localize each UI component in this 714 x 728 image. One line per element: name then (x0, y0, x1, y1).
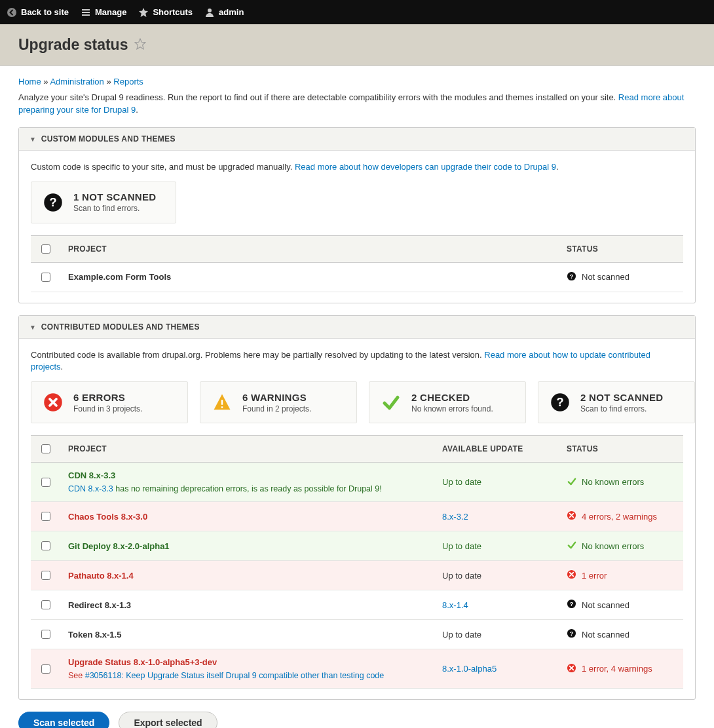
project-name: Example.com Form Tools (68, 272, 171, 282)
export-selected-button[interactable]: Export selected (119, 712, 217, 728)
project-name: Git Deploy 8.x-2.0-alpha1 (68, 541, 170, 551)
row-checkbox[interactable] (41, 664, 50, 674)
contrib-panel: ▼ Contributed modules and themes Contrib… (18, 315, 696, 700)
summary-sub: Scan to find errors. (73, 204, 156, 213)
project-name: Pathauto 8.x-1.4 (68, 571, 134, 581)
col-project: Project (60, 235, 559, 262)
col-status: Status (559, 235, 683, 262)
question-icon (567, 271, 576, 283)
check-icon (567, 540, 576, 552)
contrib-panel-header[interactable]: ▼ Contributed modules and themes (19, 316, 695, 339)
question-icon (42, 191, 64, 214)
row-checkbox[interactable] (41, 630, 50, 639)
actions: Scan selected Export selected (18, 712, 696, 728)
table-row: Upgrade Status 8.x-1.0-alpha5+3-devSee #… (31, 649, 683, 689)
custom-body-link[interactable]: Read more about how developers can upgra… (295, 162, 556, 172)
project-note: CDN 8.x-3.3 has no remaining deprecation… (68, 484, 426, 493)
summary-title: 2 CHECKED (411, 392, 493, 403)
project-note: See #3056118: Keep Upgrade Status itself… (68, 671, 426, 680)
custom-panel-header[interactable]: ▼ Custom modules and themes (19, 128, 695, 151)
col-update: Available update (434, 436, 559, 463)
menu-icon (81, 7, 91, 18)
project-name: Redirect 8.x-1.3 (68, 600, 131, 610)
row-checkbox[interactable] (41, 512, 50, 521)
col-project: Project (60, 436, 434, 463)
table-row: Token 8.x-1.5 Up to date Not scanned (31, 620, 683, 649)
back-label: Back to site (21, 7, 69, 17)
manage-label: Manage (95, 7, 126, 17)
row-checkbox[interactable] (41, 571, 50, 580)
chevron-left-icon (7, 7, 17, 18)
breadcrumb-home[interactable]: Home (18, 77, 41, 86)
row-checkbox[interactable] (41, 600, 50, 609)
check-icon (380, 391, 402, 413)
status-text: 4 errors, 2 warnings (582, 512, 657, 522)
summary-tile: 6 WARNINGSFound in 2 projects. (200, 381, 357, 423)
row-checkbox[interactable] (41, 541, 50, 550)
summary-title: 2 NOT SCANNED (580, 392, 663, 403)
summary-title: 6 WARNINGS (242, 392, 311, 403)
status-text: No known errors (582, 541, 644, 551)
manage-link[interactable]: Manage (81, 7, 126, 18)
contrib-select-all[interactable] (41, 444, 50, 453)
back-to-site-link[interactable]: Back to site (7, 7, 69, 18)
breadcrumb-admin[interactable]: Administration (50, 77, 103, 86)
custom-select-all[interactable] (41, 244, 50, 254)
custom-table: Project Status Example.com Form Tools No… (31, 235, 683, 292)
summary-sub: Found in 2 projects. (242, 404, 311, 413)
error-icon (567, 663, 576, 675)
page-title: Upgrade status (18, 36, 128, 54)
error-icon (42, 391, 64, 413)
admin-toolbar: Back to site Manage Shortcuts admin (0, 0, 714, 24)
summary-tile: 2 CHECKEDNo known errors found. (369, 381, 526, 423)
project-name: Token 8.x-1.5 (68, 630, 121, 640)
titlebar: Upgrade status (0, 24, 714, 66)
breadcrumb-reports[interactable]: Reports (113, 77, 143, 86)
status-text: Not scanned (582, 272, 629, 282)
table-row: Redirect 8.x-1.3 8.x-1.4 Not scanned (31, 590, 683, 620)
intro-text: Analyze your site's Drupal 9 readiness. … (18, 92, 696, 117)
error-icon (567, 510, 576, 522)
project-name: Upgrade Status 8.x-1.0-alpha5+3-dev (68, 657, 217, 667)
update-link[interactable]: 8.x-3.2 (442, 512, 468, 522)
user-link[interactable]: admin (204, 7, 244, 18)
star-icon (138, 7, 149, 18)
summary-sub: Scan to find errors. (580, 404, 663, 413)
summary-sub: Found in 3 projects. (73, 404, 142, 413)
summary-tile: 6 ERRORSFound in 3 projects. (31, 381, 188, 423)
error-icon (567, 569, 576, 581)
contrib-table: Project Available update Status CDN 8.x-… (31, 435, 683, 689)
breadcrumb: Home » Administration » Reports (18, 77, 696, 86)
shortcuts-link[interactable]: Shortcuts (138, 7, 193, 18)
status-text: 1 error, 4 warnings (582, 664, 652, 674)
contrib-body: Contributed code is available from drupa… (31, 349, 683, 374)
question-icon (549, 391, 571, 413)
update-link[interactable]: 8.x-1.0-alpha5 (442, 664, 497, 674)
user-icon (204, 7, 215, 18)
row-checkbox[interactable] (41, 273, 50, 282)
summary-tile: 2 NOT SCANNEDScan to find errors. (538, 381, 695, 423)
scan-selected-button[interactable]: Scan selected (18, 712, 109, 728)
update-text: Up to date (442, 571, 481, 581)
svg-point-8 (7, 8, 16, 17)
table-row: Chaos Tools 8.x-3.0 8.x-3.2 4 errors, 2 … (31, 502, 683, 531)
row-checkbox[interactable] (41, 478, 50, 487)
shortcut-star-icon[interactable] (134, 38, 146, 52)
user-label: admin (219, 7, 244, 17)
caret-down-icon: ▼ (29, 136, 36, 143)
question-icon (567, 628, 576, 640)
table-row: Git Deploy 8.x-2.0-alpha1 Up to date No … (31, 531, 683, 561)
warning-icon (211, 391, 233, 413)
status-text: Not scanned (582, 630, 629, 640)
check-icon (567, 476, 576, 488)
col-status: Status (559, 436, 683, 463)
custom-body: Custom code is specific to your site, an… (31, 161, 683, 174)
status-text: Not scanned (582, 600, 629, 610)
table-row: Example.com Form Tools Not scanned (31, 262, 683, 292)
custom-summary-tile: 1 NOT SCANNED Scan to find errors. (31, 182, 176, 223)
update-link[interactable]: 8.x-1.4 (442, 600, 468, 610)
caret-down-icon: ▼ (29, 324, 36, 331)
table-row: Pathauto 8.x-1.4 Up to date 1 error (31, 561, 683, 590)
project-name: Chaos Tools 8.x-3.0 (68, 512, 147, 522)
project-name: CDN 8.x-3.3 (68, 470, 115, 480)
